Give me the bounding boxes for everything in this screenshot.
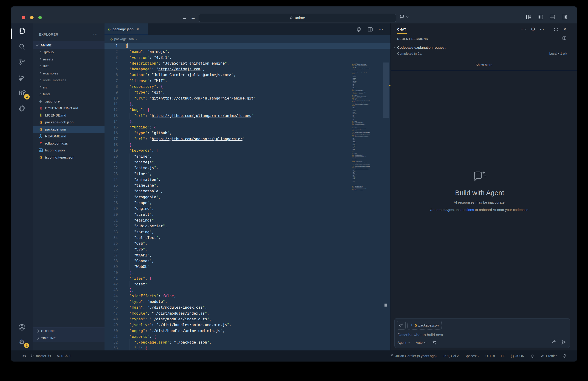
toggle-panel-icon[interactable] [549,14,555,20]
openai-action-icon[interactable] [356,26,362,32]
code-line-33[interactable]: 33 "spring", [105,229,390,235]
more-actions-icon[interactable]: ⋯ [378,27,384,32]
maximize-traffic-light[interactable] [38,16,42,19]
code-line-48[interactable]: 48 "types": "./dist/modules/index.d.ts", [105,316,390,322]
tree-item-examples[interactable]: examples [33,70,105,77]
code-line-39[interactable]: 39 "WebGL" [105,264,390,269]
chat-more-icon[interactable]: ⋯ [540,27,544,32]
cursor-position[interactable]: Ln 1, Col 2 [443,354,459,358]
eol[interactable]: LF [501,354,505,358]
code-line-24[interactable]: 24 "animation", [105,177,390,182]
code-line-4[interactable]: 4 "description": "JavaScript animation e… [105,60,390,66]
tree-item-license-md[interactable]: ⚷LICENSE.md [33,112,105,119]
code-line-53[interactable]: 53 ".": { [105,345,390,350]
send-icon[interactable] [561,339,567,345]
mode-picker[interactable]: Agent [398,341,410,344]
code-line-8[interactable]: 8 "repository": { [105,84,390,90]
chat-input-placeholder[interactable]: Describe what to build next [398,333,443,337]
close-icon[interactable]: × [137,27,139,31]
code-line-44[interactable]: 44 "sideEffects": false, [105,293,390,299]
settings-button[interactable]: ⚙ 1 [11,336,33,348]
code-line-2[interactable]: 2 "name": "animejs", [105,49,390,54]
copilot-chat-toggle[interactable] [400,14,409,20]
show-more-button[interactable]: Show More [391,63,577,67]
code-line-9[interactable]: 9 "type": "git", [105,90,390,95]
breadcrumb-file[interactable]: package.json [114,37,134,41]
code-line-38[interactable]: 38 "Canvas", [105,258,390,264]
code-line-11[interactable]: 11 }, [105,101,390,107]
forward-icon[interactable]: → [190,15,197,21]
accounts-button[interactable] [11,321,33,334]
code-line-19[interactable]: 19 "keywords": [ [105,148,390,153]
copilot-disabled-icon[interactable] [530,354,535,358]
tree-item-dist[interactable]: dist [33,63,105,70]
code-line-10[interactable]: 10 "url": "git+https://github.com/julian… [105,95,390,101]
code-line-41[interactable]: 41 "files": [ [105,275,390,281]
code-line-14[interactable]: 14 }, [105,119,390,124]
tree-item-tsconfig-json[interactable]: TStsconfig.json [33,147,105,154]
code-line-40[interactable]: 40 ], [105,270,390,275]
code-line-26[interactable]: 26 "animatable", [105,188,390,194]
context-chip[interactable]: + {} package.json [407,321,442,330]
formatter-status[interactable]: ✓✓ Prettier [541,354,557,358]
sidebar-item-openai[interactable] [11,102,33,115]
tree-item--github[interactable]: .github [33,49,105,56]
toggle-primary-sidebar-icon[interactable] [537,14,544,20]
code-line-7[interactable]: 7 "license": "MIT", [105,78,390,84]
tab-package-json[interactable]: {} package.json × [105,23,148,35]
code-line-17[interactable]: 17 "url": "https://github.com/sponsors/j… [105,136,390,142]
minimize-traffic-light[interactable] [30,16,34,19]
code-line-50[interactable]: 50 "unpkg": "./dist/bundles/anime.umd.mi… [105,328,390,334]
encoding[interactable]: UTF-8 [485,354,495,358]
indentation[interactable]: Spaces: 2 [465,354,480,358]
tree-item-src[interactable]: src [33,84,105,91]
code-line-25[interactable]: 25 "timeline", [105,182,390,188]
code-line-6[interactable]: 6 "author": "Julian Garnier <julian@anim… [105,72,390,78]
code-line-22[interactable]: 22 "anime.js", [105,165,390,171]
breadcrumb[interactable]: {} package.json › … [105,35,390,43]
code-line-42[interactable]: 42 "dist" [105,281,390,287]
code-line-20[interactable]: 20 "anime", [105,154,390,159]
tab-chat[interactable]: CHAT [397,28,406,31]
code-line-43[interactable]: 43 ], [105,287,390,293]
git-branch-status[interactable]: master ↻ [31,354,51,359]
tools-icon[interactable] [432,340,437,345]
workspace-root[interactable]: ANIME [33,41,105,49]
command-center-search[interactable]: anime [199,14,396,22]
sidebar-item-source-control[interactable] [11,55,33,68]
code-line-15[interactable]: 15 "funding": { [105,124,390,130]
code-line-52[interactable]: 52 "./package.json": "./package.json", [105,339,390,345]
tree-item-readme-md[interactable]: ⓘREADME.md [33,133,105,140]
chat-settings-icon[interactable]: ⚙ [531,26,535,32]
columns-icon[interactable] [562,36,567,41]
dictate-arrow-icon[interactable] [552,340,557,345]
code-line-13[interactable]: 13 "url": "https://github.com/juliangarn… [105,113,390,119]
maximize-chat-icon[interactable] [554,27,558,31]
code-line-3[interactable]: 3 "version": "4.3.1", [105,55,390,60]
code-line-45[interactable]: 45 "type": "module", [105,299,390,304]
attach-button[interactable] [397,321,406,330]
timeline-section[interactable]: TIMELINE [33,335,105,342]
chat-input-box[interactable]: + {} package.json Describe what to build… [394,318,570,348]
customize-layout-icon[interactable] [526,14,531,20]
session-title[interactable]: Codebase explanation request [397,45,567,50]
code-line-5[interactable]: 5 "homepage": "https://animejs.com", [105,66,390,72]
code-line-29[interactable]: 29 "engine", [105,206,390,211]
editor-scrollbar[interactable] [383,63,389,350]
code-line-46[interactable]: 46 "main": "./dist/modules/index.cjs", [105,304,390,310]
code-line-51[interactable]: 51 "exports": { [105,334,390,339]
code-line-32[interactable]: 32 "cubic-bezier", [105,223,390,229]
code-line-27[interactable]: 27 "draggable", [105,194,390,200]
code-line-28[interactable]: 28 "scope", [105,200,390,206]
sidebar-item-run-debug[interactable] [11,71,33,84]
tree-item-tests[interactable]: tests [33,91,105,98]
code-line-23[interactable]: 23 "timer", [105,171,390,177]
language-mode[interactable]: { } JSON [511,354,524,358]
git-blame[interactable]: Julian Garnier (9 years ago) [390,354,437,358]
code-area[interactable]: 1{2 "name": "animejs",3 "version": "4.3.… [105,43,390,350]
code-line-35[interactable]: 35 "CSS", [105,241,390,246]
sidebar-item-explorer[interactable] [11,24,33,37]
generate-agent-instructions-link[interactable]: Generate Agent Instructions [430,208,474,212]
close-traffic-light[interactable] [22,16,25,19]
problems-status[interactable]: ⊗ 0 ⚠ 0 [57,354,71,358]
